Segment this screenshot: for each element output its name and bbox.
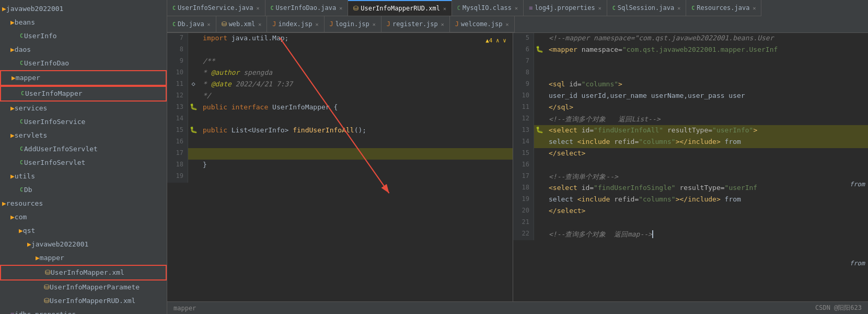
tree-item-AddUserInfoServlet[interactable]: C AddUserInfoServlet [0,142,167,156]
xml-line-18: 18 <select id="findUserInfoSingle" resul… [513,183,868,194]
status-right: CSDN @阳阳623 [815,304,862,312]
tree-item-UserInfoMapperRUD_xml[interactable]: ⛁ UserInfoMapperRUD.xml [0,294,167,308]
tree-item-UserInfoMapperParamete[interactable]: ⛁ UserInfoMapperParamete [0,281,167,294]
java-line-14: 14 [167,114,513,125]
tree-item-mapper[interactable]: ▶ mapper [0,70,167,86]
tab-welcome[interactable]: Jwelcome.jsp✕ [450,16,515,32]
tree-item-daos[interactable]: ▶ daos [0,43,167,57]
tab-MysqlIO[interactable]: CMysqlIO.class✕ [452,0,524,16]
xml-line-16: 16 [513,160,868,171]
tree-item-UserInfoDao[interactable]: C UserInfoDao [0,57,167,70]
status-bar: mapper CSDN @阳阳623 [167,301,868,314]
tree-item-utils[interactable]: ▶ utils [0,170,167,183]
tree-item-UserInfoMapper_xml[interactable]: ⛁ UserInfoMapper.xml [0,265,167,281]
tree-item-UserInfo[interactable]: C UserInfo [0,29,167,43]
xml-line-19: 19 select <include refid="columns"></inc… [513,194,868,206]
java-line-15: 15 🐛 public List<UserInfo> findUserInfoA… [167,125,513,137]
xml-line-5: 5 <!--mapper namespace="com.qst.javaweb2… [513,33,868,44]
java-line-16: 16 [167,137,513,148]
tree-item-com[interactable]: ▶ com [0,210,167,224]
tree-item-resources[interactable]: ▶ resources [0,197,167,210]
java-line-10: 10 * @author spengda [167,68,513,79]
tab-register[interactable]: Jregister.jsp✕ [381,16,450,32]
java-line-19: 19 [167,171,513,183]
xml-line-14: 14 select <include refid="columns"></inc… [513,137,868,148]
tab-index[interactable]: Jindex.jsp✕ [267,16,324,32]
tab-SqlSession[interactable]: CSqlSession.java✕ [607,0,686,16]
tab-UserInfoService[interactable]: CUserInfoService.java✕ [167,0,265,16]
xml-line-11: 11 </sql> [513,102,868,114]
tree-item-qst[interactable]: ▶ qst [0,224,167,238]
java-line-9: 9 /** [167,56,513,68]
tree-item-UserInfoServlet[interactable]: C UserInfoServlet [0,156,167,170]
tab-bar: CUserInfoService.java✕CUserInfoDao.java✕… [167,0,868,33]
xml-line-20: 20 </select> [513,206,868,217]
java-line-8: 8 [167,44,513,56]
tree-item-javaweb2022001_2[interactable]: ▶ javaweb2022001 [0,238,167,251]
tab-log4j[interactable]: ≡log4j.properties✕ [524,0,607,16]
tab-row-1: CUserInfoService.java✕CUserInfoDao.java✕… [167,0,452,16]
xml-line-6: 6 🐛 <mapper namespace="com.qst.javaweb20… [513,44,868,56]
java-line-11: 11 ◇ * @date 2022/4/21 7:37 [167,79,513,91]
tree-item-beans[interactable]: ▶ beans [0,16,167,29]
tab-row-4: Jwelcome.jsp✕ [450,16,515,32]
tab-web[interactable]: ⛁web.xml✕ [216,16,268,32]
tree-item-UserInfoService[interactable]: C UserInfoService [0,115,167,129]
xml-line-15: 15 </select> [513,148,868,160]
tree-item-javaweb2022001[interactable]: ▶ javaweb2022001 [0,2,167,16]
tree-item-servlets[interactable]: ▶ servlets [0,129,167,142]
xml-line-17: 17 <!--查询单个对象--> [513,171,868,183]
tree-item-mapper2[interactable]: ▶ mapper [0,251,167,265]
java-line-17: 17 [167,148,513,160]
from-label-2: from [850,260,865,267]
xml-line-7: 7 [513,56,868,68]
file-tree[interactable]: ▶ javaweb2022001▶ beansC UserInfo▶ daosC… [0,0,167,314]
tree-item-UserInfoMapper[interactable]: C UserInfoMapper [0,86,167,102]
java-line-7: 7 import java.util.Map; [167,33,513,44]
tab-Db[interactable]: CDb.java✕ [167,16,216,32]
java-line-18: 18 } [167,160,513,171]
tree-item-services[interactable]: ▶ services [0,102,167,115]
from-label-1: from [850,181,865,188]
editor-wrapper: CUserInfoService.java✕CUserInfoDao.java✕… [167,0,868,314]
tree-item-Db[interactable]: C Db [0,183,167,197]
java-editor[interactable]: ▲4 ∧ ∨ 7 import java.util.Map; 8 9 /** 1… [167,33,513,301]
tab-row-2: CMysqlIO.class✕≡log4j.properties✕CSqlSes… [452,0,762,16]
xml-line-21: 21 [513,217,868,229]
xml-editor[interactable]: 5 <!--mapper namespace="com.qst.javaweb2… [513,33,868,301]
tab-Resources[interactable]: CResources.java✕ [686,0,761,16]
tab-login[interactable]: Jlogin.jsp✕ [325,16,381,32]
content-area: ▲4 ∧ ∨ 7 import java.util.Map; 8 9 /** 1… [167,33,868,301]
tab-UserInfoDao[interactable]: CUserInfoDao.java✕ [265,0,349,16]
warning-badge: ▲4 ∧ ∨ [485,37,506,44]
xml-line-8: 8 [513,68,868,79]
status-left: mapper [173,305,196,312]
xml-line-9: 9 <sql id="columns"> [513,79,868,91]
java-line-13: 13 🐛 public interface UserInfoMapper { [167,102,513,114]
tab-row-3: CDb.java✕⛁web.xml✕Jindex.jsp✕Jlogin.jsp✕… [167,16,450,32]
java-line-12: 12 */ [167,91,513,102]
tree-item-jdbc_props[interactable]: ≡ jdbc.properties [0,308,167,314]
tab-UserInfoMapperRUD[interactable]: ⛁UserInfoMapperRUD.xml✕ [348,0,452,16]
xml-line-10: 10 user_id userId,user_name userName,use… [513,91,868,102]
xml-line-13: 13 🐛 <select id="findUserInfoAll" result… [513,125,868,137]
xml-line-12: 12 <!--查询多个对象 返回List--> [513,114,868,125]
xml-line-22: 22 <!--查询多个对象 返回map--> [513,229,868,240]
